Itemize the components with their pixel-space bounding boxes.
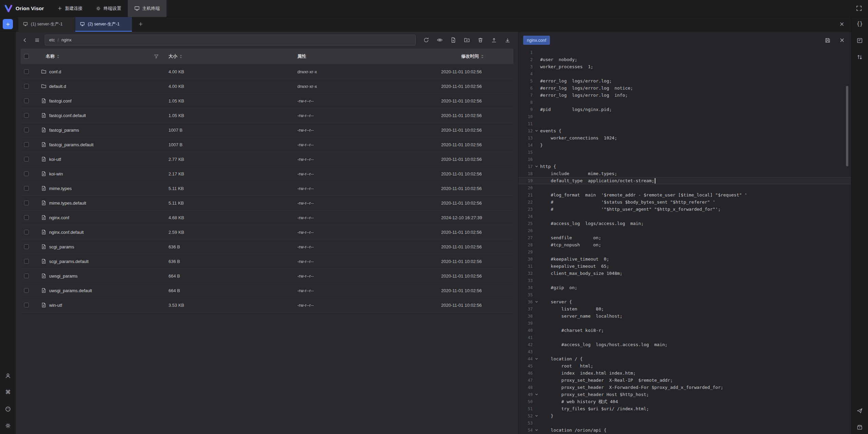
new-file-icon[interactable] [449,36,458,44]
tab-server-2[interactable]: (2) server-生产-1 [75,17,132,32]
code-line[interactable]: 25 #access_log logs/access.log main; [518,220,851,227]
code-line[interactable]: 12events { [518,127,851,134]
row-checkbox[interactable] [21,142,40,147]
code-line[interactable]: 21 #log_format main '$remote_addr - $rem… [518,191,851,199]
file-name-cell[interactable]: uwsgi_params [40,273,165,279]
table-row[interactable]: mime.types5.11 KB-rw-r--r--2020-11-01 10… [21,181,513,196]
code-line[interactable]: 42 #access_log logs/host.access.log main… [518,341,851,348]
code-line[interactable]: 24 [518,213,851,220]
code-line[interactable]: 44 location / { [518,355,851,362]
code-line[interactable]: 6#error_log logs/error.log notice; [518,84,851,92]
code-line[interactable]: 46 index index.html index.htm; [518,370,851,377]
code-line[interactable]: 15 [518,149,851,156]
code-line[interactable]: 16 [518,156,851,163]
package-icon[interactable] [855,423,864,432]
braces-icon[interactable]: {} [855,19,864,28]
code-line[interactable]: 50 # web history 模式 404 [518,398,851,405]
send-icon[interactable] [855,406,864,415]
filter-funnel-icon[interactable] [154,54,159,59]
file-name-cell[interactable]: nginx.conf [40,215,165,220]
table-row[interactable]: koi-utf2.77 KB-rw-r--r--2020-11-01 10:02… [21,152,513,167]
brand[interactable]: Orion Visor [0,5,51,12]
breadcrumb-segment-etc[interactable]: etc [49,38,55,42]
table-row[interactable]: win-utf3.53 KB-rw-r--r--2020-11-01 10:02… [21,298,513,313]
row-checkbox[interactable] [21,98,40,103]
row-checkbox[interactable] [21,288,40,293]
table-row[interactable]: default.d4.00 KBdrwxr-xr-x2020-11-01 10:… [21,79,513,94]
code-line[interactable]: 17http { [518,163,851,170]
new-connection-button[interactable] [3,19,13,29]
user-icon[interactable] [4,371,13,380]
upload-icon[interactable] [490,36,498,44]
table-row[interactable]: uwsgi_params.default664 B-rw-r--r--2020-… [21,283,513,298]
code-line[interactable]: 29 [518,248,851,256]
code-line[interactable]: 36 server { [518,298,851,305]
table-row[interactable]: fastcgi.conf1.05 KB-rw-r--r--2020-11-01 … [21,94,513,108]
menu-host-terminal[interactable]: 主机终端 [128,0,166,17]
file-name-cell[interactable]: scgi_params.default [40,259,165,264]
file-name-cell[interactable]: koi-utf [40,156,165,162]
file-name-cell[interactable]: fastcgi.conf.default [40,113,165,118]
code-line[interactable]: 38 server_name localhost; [518,313,851,320]
table-row[interactable]: fastcgi.conf.default1.05 KB-rw-r--r--202… [21,108,513,123]
code-line[interactable]: 47 proxy_set_header X-Real-IP $remote_ad… [518,377,851,384]
row-checkbox[interactable] [21,215,40,220]
editor-scrollbar[interactable] [846,86,848,166]
sort-carets-icon[interactable] [56,54,60,59]
row-checkbox[interactable] [21,171,40,176]
close-sftp-icon[interactable] [837,20,846,29]
save-icon[interactable] [823,36,832,45]
sort-carets-icon[interactable] [480,54,484,59]
table-row[interactable]: scgi_params636 B-rw-r--r--2020-11-01 10:… [21,240,513,254]
table-row[interactable]: uwsgi_params664 B-rw-r--r--2020-11-01 10… [21,269,513,283]
fold-chevron-icon[interactable] [533,393,540,396]
code-line[interactable]: 20 [518,184,851,191]
close-editor-icon[interactable] [837,36,846,45]
code-line[interactable]: 52 } [518,412,851,419]
code-line[interactable]: 33 [518,277,851,284]
row-checkbox[interactable] [21,113,40,118]
fold-chevron-icon[interactable] [533,129,540,133]
file-name-cell[interactable]: fastcgi.conf [40,98,165,103]
row-checkbox[interactable] [21,303,40,307]
fold-chevron-icon[interactable] [533,357,540,361]
fold-chevron-icon[interactable] [533,428,540,432]
code-line[interactable]: 31 keepalive_timeout 65; [518,263,851,270]
code-line[interactable]: 11 [518,120,851,127]
table-row[interactable]: scgi_params.default636 B-rw-r--r--2020-1… [21,254,513,269]
fold-chevron-icon[interactable] [533,165,540,168]
transfer-icon[interactable] [855,53,864,61]
code-line[interactable]: 37 listen 80; [518,305,851,313]
menu-new-connection[interactable]: 新建连接 [51,0,89,17]
code-line[interactable]: 48 proxy_set_header X-Forwarded-For $pro… [518,384,851,391]
column-header-size[interactable]: 大小 [165,49,294,64]
code-line[interactable]: 4 [518,70,851,77]
theme-icon[interactable] [4,404,13,413]
row-checkbox[interactable] [21,186,40,191]
code-line[interactable]: 49 proxy_set_header Host $http_host; [518,391,851,398]
code-line[interactable]: 32 client_max_body_size 1048m; [518,270,851,277]
row-checkbox[interactable] [21,128,40,132]
table-row[interactable]: mime.types.default5.11 KB-rw-r--r--2020-… [21,196,513,210]
file-name-cell[interactable]: nginx.conf.default [40,229,165,235]
file-name-cell[interactable]: mime.types.default [40,200,165,206]
code-line[interactable]: 35 [518,291,851,298]
code-line[interactable]: 54 location /orion/api { [518,427,851,434]
row-checkbox[interactable] [21,244,40,249]
row-checkbox[interactable] [21,259,40,264]
column-header-name[interactable]: 名称 [40,49,165,64]
code-line[interactable]: 23 # '"$http_user_agent" "$http_x_forwar… [518,206,851,213]
select-all-checkbox[interactable] [21,54,40,59]
fold-chevron-icon[interactable] [533,414,540,418]
code-line[interactable]: 45 root html; [518,362,851,370]
sort-carets-icon[interactable] [179,54,183,59]
code-line[interactable]: 13 worker_connections 1024; [518,134,851,141]
code-line[interactable]: 9#pid logs/nginx.pid; [518,106,851,113]
code-line[interactable]: 18 include mime.types; [518,170,851,177]
row-checkbox[interactable] [21,230,40,234]
code-line[interactable]: 39 [518,320,851,327]
code-line[interactable]: 40 #charset koi8-r; [518,327,851,334]
code-line[interactable]: 19 default_type application/octet-stream… [518,177,851,184]
list-view-icon[interactable] [33,36,41,44]
refresh-icon[interactable] [422,36,431,44]
